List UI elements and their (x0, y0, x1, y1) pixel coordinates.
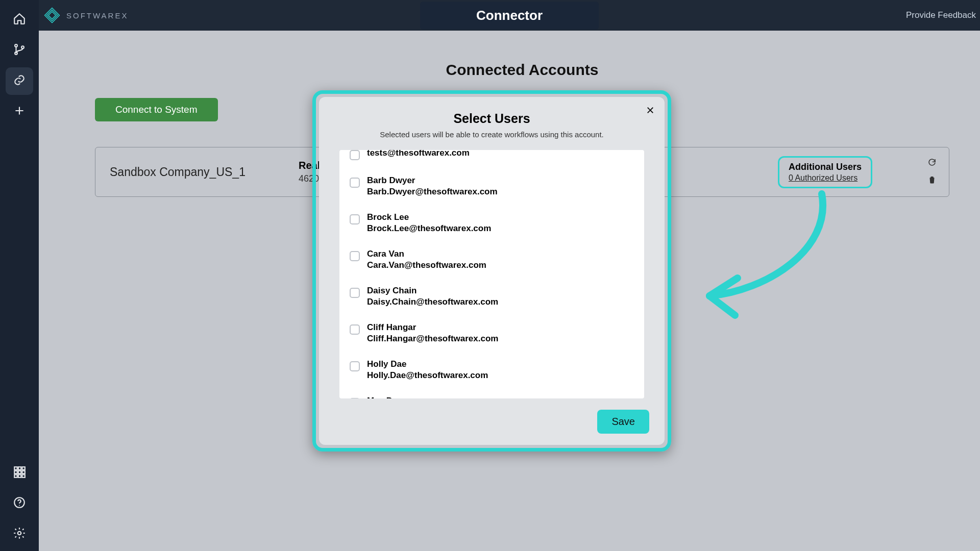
user-email: tests@thesoftwarex.com (367, 150, 470, 158)
svg-rect-10 (18, 474, 21, 477)
svg-point-14 (18, 532, 21, 535)
user-text: Daisy ChainDaisy.Chain@thesoftwarex.com (367, 286, 498, 307)
company-name: Sandbox Company_US_1 (110, 165, 258, 179)
user-checkbox[interactable] (350, 178, 360, 188)
user-email: Holly.Dae@thesoftwarex.com (367, 370, 488, 381)
user-email: Barb.Dwyer@thesoftwarex.com (367, 187, 498, 197)
svg-rect-11 (22, 474, 24, 477)
svg-rect-7 (18, 471, 21, 473)
svg-rect-9 (14, 474, 17, 477)
grid-icon (13, 465, 26, 481)
user-email: Brock.Lee@thesoftwarex.com (367, 223, 491, 234)
user-list[interactable]: tests@thesoftwarex.comBarb DwyerBarb.Dwy… (339, 150, 644, 398)
gear-icon (13, 527, 26, 542)
select-users-modal: Select Users Selected users will be able… (312, 90, 671, 452)
nav-branch[interactable] (6, 37, 33, 64)
user-name: Holly Dae (367, 359, 488, 369)
user-item: Brock LeeBrock.Lee@thesoftwarex.com (350, 203, 634, 240)
header: SOFTWAREX Connector Provide Feedback (39, 0, 980, 31)
modal-inner: Select Users Selected users will be able… (319, 97, 665, 445)
nav-home[interactable] (6, 6, 33, 34)
row-action-icons (927, 158, 937, 186)
modal-title: Select Users (336, 111, 647, 126)
user-name: Cliff Hangar (367, 322, 498, 333)
user-checkbox[interactable] (350, 150, 360, 160)
plus-icon (13, 104, 26, 119)
svg-point-0 (15, 44, 17, 47)
additional-users-box[interactable]: Additional Users 0 Authorized Users (778, 156, 872, 188)
user-item: Daisy ChainDaisy.Chain@thesoftwarex.com (350, 277, 634, 313)
svg-rect-5 (22, 467, 24, 469)
user-text: Barb DwyerBarb.Dwyer@thesoftwarex.com (367, 176, 498, 197)
user-checkbox[interactable] (350, 324, 360, 335)
link-icon (13, 73, 26, 89)
brand-logo-icon (43, 6, 61, 24)
svg-point-13 (19, 505, 20, 506)
user-item: tests@thesoftwarex.com (350, 150, 634, 166)
home-icon (13, 12, 26, 28)
refresh-icon[interactable] (927, 158, 937, 169)
save-button[interactable]: Save (597, 410, 649, 434)
user-email: Daisy.Chain@thesoftwarex.com (367, 297, 498, 307)
provide-feedback-link[interactable]: Provide Feedback (906, 10, 976, 20)
authorized-users-link[interactable]: 0 Authorized Users (789, 173, 862, 183)
brand: SOFTWAREX (43, 6, 128, 24)
user-checkbox[interactable] (350, 288, 360, 298)
close-icon (646, 106, 655, 117)
user-text: Cliff HangarCliff.Hangar@thesoftwarex.co… (367, 322, 498, 344)
svg-rect-4 (18, 467, 21, 469)
additional-users-title: Additional Users (789, 162, 862, 172)
user-item: Barb DwyerBarb.Dwyer@thesoftwarex.com (350, 166, 634, 203)
svg-rect-8 (22, 471, 24, 473)
user-checkbox[interactable] (350, 214, 360, 224)
header-tab-area: Connector (420, 2, 599, 30)
svg-rect-6 (14, 471, 17, 473)
page-title: Connected Accounts (95, 61, 949, 79)
user-text: Cara VanCara.Van@thesoftwarex.com (367, 249, 486, 270)
modal-subtitle: Selected users will be able to create wo… (336, 130, 647, 139)
connect-to-system-button[interactable]: Connect to System (95, 98, 218, 121)
user-email: Cara.Van@thesoftwarex.com (367, 260, 486, 270)
user-item: May DaeMay.Dae@thesoftwarex.com (350, 387, 634, 398)
tab-connector[interactable]: Connector (420, 2, 599, 30)
user-name: Daisy Chain (367, 286, 498, 296)
modal-footer: Save (319, 398, 665, 445)
nav-apps[interactable] (6, 459, 33, 487)
nav-add[interactable] (6, 98, 33, 126)
user-text: Holly DaeHolly.Dae@thesoftwarex.com (367, 359, 488, 381)
user-email: Cliff.Hangar@thesoftwarex.com (367, 334, 498, 344)
user-item: Cara VanCara.Van@thesoftwarex.com (350, 240, 634, 277)
nav-connector[interactable] (6, 67, 33, 95)
modal-header: Select Users Selected users will be able… (319, 97, 665, 147)
user-name: Cara Van (367, 249, 486, 259)
brand-name: SOFTWAREX (66, 11, 128, 20)
user-name: Barb Dwyer (367, 176, 498, 186)
svg-point-2 (21, 46, 24, 48)
sidebar (0, 0, 39, 551)
branch-icon (13, 43, 26, 58)
modal-close-button[interactable] (643, 104, 657, 118)
user-name: Brock Lee (367, 212, 491, 222)
user-item: Cliff HangarCliff.Hangar@thesoftwarex.co… (350, 313, 634, 350)
trash-icon[interactable] (927, 175, 937, 186)
svg-rect-3 (14, 467, 17, 469)
user-item: Holly DaeHolly.Dae@thesoftwarex.com (350, 350, 634, 387)
user-text: Brock LeeBrock.Lee@thesoftwarex.com (367, 212, 491, 234)
user-checkbox[interactable] (350, 251, 360, 261)
user-checkbox[interactable] (350, 361, 360, 371)
nav-settings[interactable] (6, 520, 33, 548)
user-text: tests@thesoftwarex.com (367, 150, 470, 158)
nav-help[interactable] (6, 490, 33, 517)
help-icon (13, 496, 26, 511)
